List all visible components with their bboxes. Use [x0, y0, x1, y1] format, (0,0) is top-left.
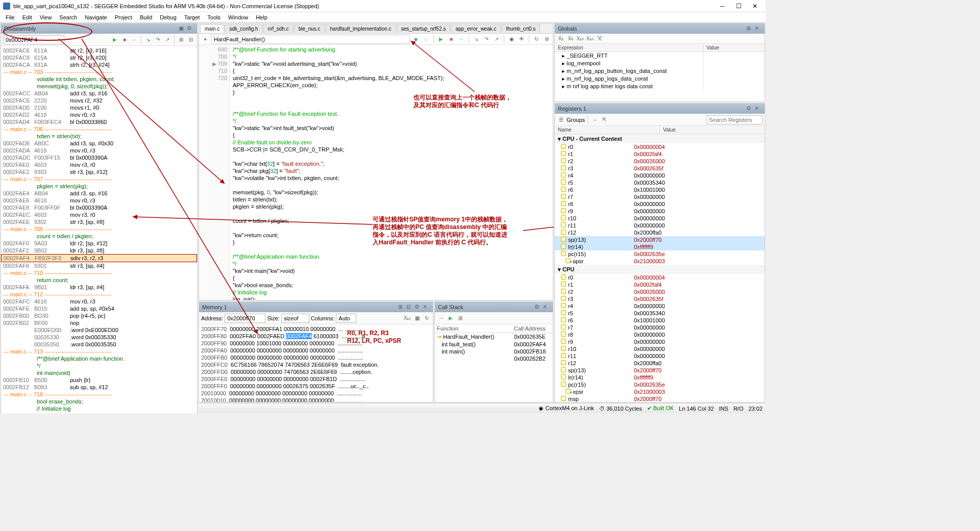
global-row[interactable]: ▸ m_nrf_log_app_button_logs_data_const	[555, 67, 765, 75]
cs-opts-icon[interactable]: ⚙	[534, 304, 542, 311]
disasm-row[interactable]: 0002FAEE9302str r3, [sp, #8]	[1, 218, 197, 225]
disasm-row[interactable]: 00035330.word 0x00035330	[1, 334, 197, 341]
register-row[interactable]: r00x00000004	[555, 143, 765, 150]
reg-close-icon[interactable]: ✕	[754, 105, 762, 112]
refresh-icon[interactable]: ↻	[532, 35, 541, 43]
disasm-row[interactable]: --- main.c -- 718 ----------------------…	[1, 391, 197, 398]
disassembly-address-input[interactable]	[3, 35, 64, 44]
register-row[interactable]: r60x10001000	[555, 186, 765, 193]
memory-row[interactable]: 20010010 00000000 00000000 00000000 0000…	[201, 397, 431, 402]
disasm-row[interactable]: 0002FACCAB04add r3, sp, #16	[1, 90, 197, 97]
tab-ses_startup_nrf52-s[interactable]: ses_startup_nrf52.s	[397, 24, 451, 33]
cs-run-icon[interactable]: ▶	[447, 314, 455, 322]
step-over-icon[interactable]: ↷	[154, 36, 162, 44]
fmt-char-icon[interactable]: 'X'	[596, 35, 604, 43]
disasm-row[interactable]: 0002FAF4FB92F3F3sdiv r3, r2, r3	[1, 254, 197, 262]
disasm-row[interactable]: 0002FAFC4618mov r0, r3	[1, 298, 197, 305]
disasm-row[interactable]: --- main.c -- 706 ----------------------…	[1, 125, 197, 133]
memory-row[interactable]: 2000FF90 00000000 10001000 00000000 0000…	[201, 340, 431, 347]
disasm-row[interactable]: 0002FADCF003FF15bl 0x0003390A	[1, 154, 197, 161]
memory-cols-input[interactable]	[336, 314, 356, 323]
tab-sdk_config-h[interactable]: sdk_config.h	[225, 24, 262, 33]
disasm-row[interactable]: --- main.c -- 703 ----------------------…	[1, 68, 197, 75]
disasm-row[interactable]: 0002FAD02100movs r1, #0	[1, 104, 197, 111]
tab-hardfault_implementation-c[interactable]: hardfault_implementation.c	[326, 24, 396, 33]
tab-app_error_weak-c[interactable]: app_error_weak.c	[451, 24, 501, 33]
tab-ble_nus-c[interactable]: ble_nus.c	[294, 24, 325, 33]
step-over-icon[interactable]: ↷	[482, 35, 491, 43]
register-row[interactable]: r30x0002635f	[555, 165, 765, 172]
disasm-row[interactable]: E000ED00.word 0xE000ED00	[1, 326, 197, 334]
tab-thumb_crt0-s[interactable]: thumb_crt0.s	[502, 24, 541, 33]
toggle-icon[interactable]: ⊞	[177, 36, 185, 44]
memory-row[interactable]: 2000FF70 00000000 2000FFA1 00000010 0000…	[201, 325, 431, 333]
disasm-row[interactable]: 0002FAE64618mov r0, r3	[1, 197, 197, 204]
glb-close-icon[interactable]: ✕	[754, 25, 762, 32]
register-row[interactable]: r80x00000000	[555, 331, 765, 338]
disasm-row[interactable]: 0002FB00BD30pop {r4-r5, pc}	[1, 312, 197, 319]
menu-target[interactable]: Target	[181, 13, 203, 21]
breakpoint-icon[interactable]: ◉	[507, 35, 516, 43]
disasm-row[interactable]: --- main.c -- 710 ----------------------…	[1, 269, 197, 276]
register-row[interactable]: r70x00000000	[555, 193, 765, 200]
disasm-row[interactable]: bool erase_bonds;	[1, 398, 197, 405]
memory-size-input[interactable]	[281, 314, 309, 323]
register-row[interactable]: r10x0002faf4	[555, 150, 765, 158]
memory-view[interactable]: 2000FF70 00000000 2000FFA1 00000010 0000…	[199, 324, 433, 402]
fmt-x16-icon[interactable]: X₁₆	[586, 35, 594, 43]
register-row[interactable]: r100x00000000	[555, 345, 765, 352]
disasm-row[interactable]: 0002FB12B083sub sp, sp, #12	[1, 384, 197, 391]
disasm-row[interactable]: 0002FAF29B02ldr r3, [sp, #8]	[1, 247, 197, 254]
step-out-icon[interactable]: ↗	[493, 35, 501, 43]
memory-row[interactable]: 20010000 00000000 00000000 00000000 0000…	[201, 390, 431, 397]
disasm-row[interactable]: memset(pkg, 0, sizeof(pkg));	[1, 83, 197, 90]
panel-restore-icon[interactable]: ▣	[179, 25, 186, 32]
disasm-row[interactable]: int main(void)	[1, 369, 197, 376]
menu-project[interactable]: Project	[112, 13, 135, 21]
memory-row[interactable]: 2000FFD0 00000000 00000000 74706563 2E6E…	[201, 368, 431, 375]
menu-edit[interactable]: Edit	[19, 13, 35, 21]
reg-opts-icon[interactable]: ⚙	[746, 105, 753, 112]
glb-btn-icon[interactable]: ⊞	[746, 25, 753, 32]
register-row[interactable]: msp0x2000ff70	[555, 395, 765, 402]
memory-row[interactable]: 2000FFC0 6C756166 78652074 74706563 2E6E…	[201, 361, 431, 368]
register-row[interactable]: r20x00026000	[555, 288, 765, 295]
register-row[interactable]: r50x00035340	[555, 310, 765, 317]
mem-refresh-icon[interactable]: ↻	[423, 314, 431, 322]
register-row[interactable]: r60x10001000	[555, 317, 765, 324]
stop-icon[interactable]: ■	[447, 35, 455, 43]
menu-help[interactable]: Help	[253, 13, 271, 21]
register-row[interactable]: r80x00000000	[555, 200, 765, 208]
register-section[interactable]: ▾ CPU	[555, 265, 765, 274]
disasm-row[interactable]: 0002FAE04603mov r3, r0	[1, 161, 197, 168]
disasm-row[interactable]: */	[1, 362, 197, 369]
code-editor[interactable]: /**@brief Function for starting advertis…	[230, 45, 553, 300]
register-search-input[interactable]	[706, 115, 763, 124]
global-row[interactable]: ▸ m_nrf_log_app_logs_data_const	[555, 75, 765, 83]
disasm-row[interactable]: 0002FACA831Astrh r2, [r3, #24]	[1, 61, 197, 68]
disasm-row[interactable]: --- main.c -- 713 ----------------------…	[1, 348, 197, 355]
cs-frame-icon[interactable]: ⊞	[456, 314, 464, 322]
disasm-row[interactable]: log_init();	[1, 412, 197, 413]
mem-x16-icon[interactable]: X₁₆	[403, 314, 411, 322]
memory-row[interactable]: 2000FFF0 00000000 00000000 00026375 0002…	[201, 383, 431, 390]
disasm-row[interactable]: --- main.c -- 708 ----------------------…	[1, 225, 197, 233]
fmt-x10-icon[interactable]: X₁₀	[576, 35, 584, 43]
register-row[interactable]: sp(r13)0x2000ff70	[555, 367, 765, 374]
menu-build[interactable]: Build	[137, 13, 155, 21]
fmt-x8-icon[interactable]: X₈	[567, 35, 575, 43]
register-row[interactable]: ▸ xpsr0x21000003	[555, 388, 765, 395]
memory-row[interactable]: 2000FF80 0002FFA0 0002FAED 0002FAF4 6100…	[201, 333, 431, 340]
register-row[interactable]: r40x00000000	[555, 172, 765, 179]
menu-file[interactable]: File	[3, 13, 18, 21]
disasm-row[interactable]: 0002FAFA9B01ldr r3, [sp, #4]	[1, 284, 197, 291]
register-row[interactable]: r50x00035340	[555, 179, 765, 186]
disasm-row[interactable]: --- main.c -- 707 ----------------------…	[1, 175, 197, 183]
run-icon[interactable]: ▶	[111, 36, 119, 44]
reg-nav-icon[interactable]: →	[591, 116, 599, 124]
register-row[interactable]: lr(r14)0xfffffff9	[555, 243, 765, 250]
register-row[interactable]: r120x2000ffa0	[555, 360, 765, 367]
global-row[interactable]: ▸ _SEGGER_RTT	[555, 52, 765, 60]
global-row[interactable]: ▸ m nrf log app timer logs data const	[555, 83, 765, 90]
back-icon[interactable]: ←	[130, 36, 138, 44]
